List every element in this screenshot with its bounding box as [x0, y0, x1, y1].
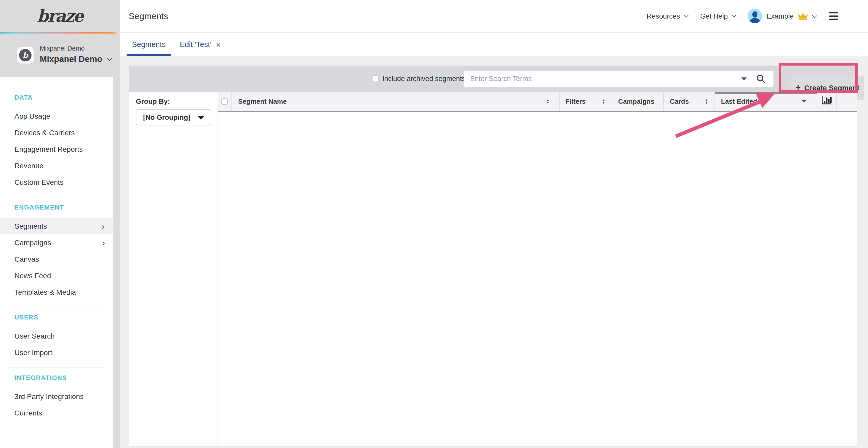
- sidebar-item-campaigns[interactable]: Campaigns ›: [0, 234, 113, 251]
- chevron-down-icon: [812, 13, 817, 18]
- crown-icon: [798, 12, 808, 20]
- braze-b-icon: b: [19, 49, 32, 61]
- sidebar: braze b Mixpanel Demo Mixpanel Demo DATA…: [0, 0, 120, 448]
- workspace-company-name[interactable]: Mixpanel Demo: [40, 54, 111, 64]
- section-divider: [7, 307, 106, 307]
- sidebar-item-currents[interactable]: Currents: [0, 405, 113, 421]
- bar-chart-icon: [822, 96, 832, 107]
- segments-toolbar: Include archived segments + Create Segme…: [129, 65, 857, 92]
- column-segment-name[interactable]: Segment Name ▲▼: [231, 92, 559, 111]
- select-all-cell: [218, 92, 231, 111]
- avatar: [748, 9, 762, 23]
- hamburger-menu-icon[interactable]: [829, 12, 838, 20]
- search-icon[interactable]: [756, 74, 765, 85]
- chevron-right-icon: ›: [102, 222, 105, 231]
- dropdown-triangle-icon: [198, 116, 204, 120]
- logo-block: braze: [0, 0, 120, 32]
- section-divider: [7, 367, 106, 368]
- tab-edit-test[interactable]: Edit 'Test' ×: [180, 33, 221, 56]
- sort-icon[interactable]: ▲▼: [602, 99, 605, 104]
- group-by-label: Group By:: [136, 98, 170, 105]
- header-right-nav: Resources Get Help Example: [647, 0, 838, 32]
- tab-bar: Segments Edit 'Test' ×: [120, 33, 868, 56]
- user-name: Example: [767, 12, 794, 20]
- chevron-down-icon: [684, 13, 689, 18]
- sidebar-item-canvas[interactable]: Canvas: [0, 251, 113, 267]
- column-campaigns[interactable]: Campaigns: [612, 92, 663, 111]
- active-tab-underline: [127, 54, 171, 56]
- sidebar-item-templates-media[interactable]: Templates & Media: [0, 284, 113, 300]
- get-help-menu[interactable]: Get Help: [700, 12, 735, 20]
- sort-icon[interactable]: ▲▼: [705, 99, 708, 104]
- column-spacer: [836, 92, 857, 111]
- braze-logo[interactable]: braze: [37, 6, 83, 26]
- braze-dashboard: braze b Mixpanel Demo Mixpanel Demo DATA…: [0, 0, 868, 448]
- section-title-users: USERS: [14, 313, 120, 321]
- workspace-app-icon: b: [17, 47, 34, 64]
- sidebar-item-revenue[interactable]: Revenue: [0, 158, 113, 174]
- sort-icon[interactable]: ▲▼: [546, 99, 550, 104]
- tab-segments[interactable]: Segments: [127, 33, 171, 56]
- workspace-switcher[interactable]: b Mixpanel Demo Mixpanel Demo: [0, 34, 120, 77]
- chevron-down-icon: [732, 13, 736, 18]
- close-icon[interactable]: ×: [216, 40, 221, 49]
- sidebar-item-user-import[interactable]: User Import: [0, 344, 113, 361]
- column-dropdown-caret-icon[interactable]: [801, 100, 806, 103]
- sidebar-scrollbar[interactable]: [113, 77, 120, 448]
- resources-menu[interactable]: Resources: [647, 12, 687, 20]
- search-dropdown-caret-icon[interactable]: [741, 77, 747, 80]
- include-archived-checkbox[interactable]: [372, 75, 379, 82]
- column-last-edited[interactable]: Last Edited: [714, 92, 816, 111]
- include-archived-label: Include archived segments: [382, 75, 465, 82]
- segment-search: [464, 70, 773, 87]
- main-header: Segments Resources Get Help Example: [120, 0, 868, 33]
- search-input[interactable]: [464, 70, 773, 87]
- plus-icon: +: [796, 82, 801, 93]
- segments-content: Include archived segments + Create Segme…: [120, 56, 868, 448]
- chevron-right-icon: ›: [102, 238, 105, 247]
- sidebar-item-user-search[interactable]: User Search: [0, 328, 113, 344]
- page-title: Segments: [129, 11, 168, 22]
- group-by-select[interactable]: [No Grouping]: [136, 109, 211, 126]
- chevron-down-icon: [107, 56, 112, 61]
- table-header-row: Segment Name ▲▼ Filters ▲▼ Campaigns Car…: [218, 92, 857, 112]
- column-analytics[interactable]: [816, 92, 836, 111]
- selected-column-indicator: [715, 92, 816, 94]
- sidebar-item-devices-carriers[interactable]: Devices & Carriers: [0, 125, 113, 141]
- sidebar-item-engagement-reports[interactable]: Engagement Reports: [0, 141, 113, 158]
- section-title-engagement: ENGAGEMENT: [14, 203, 120, 212]
- section-divider: [7, 197, 106, 197]
- include-archived-control: Include archived segments: [372, 65, 465, 92]
- section-title-integrations: INTEGRATIONS: [14, 374, 120, 382]
- sidebar-item-news-feed[interactable]: News Feed: [0, 267, 113, 284]
- user-menu[interactable]: Example: [748, 9, 816, 23]
- section-title-data: DATA: [14, 94, 120, 102]
- select-all-checkbox[interactable]: [221, 98, 228, 105]
- sidebar-item-custom-events[interactable]: Custom Events: [0, 174, 113, 191]
- group-by-panel: Group By: [No Grouping]: [129, 92, 218, 446]
- workspace-app-name: Mixpanel Demo: [40, 45, 85, 52]
- sidebar-item-3rd-party-integrations[interactable]: 3rd Party Integrations: [0, 388, 113, 405]
- sidebar-item-app-usage[interactable]: App Usage: [0, 108, 113, 125]
- sidebar-nav: DATA App Usage Devices & Carriers Engage…: [0, 77, 120, 448]
- sidebar-item-segments[interactable]: Segments ›: [0, 218, 113, 234]
- column-cards[interactable]: Cards ▲▼: [663, 92, 714, 111]
- column-filters[interactable]: Filters ▲▼: [559, 92, 612, 111]
- segments-table: Segment Name ▲▼ Filters ▲▼ Campaigns Car…: [218, 92, 857, 446]
